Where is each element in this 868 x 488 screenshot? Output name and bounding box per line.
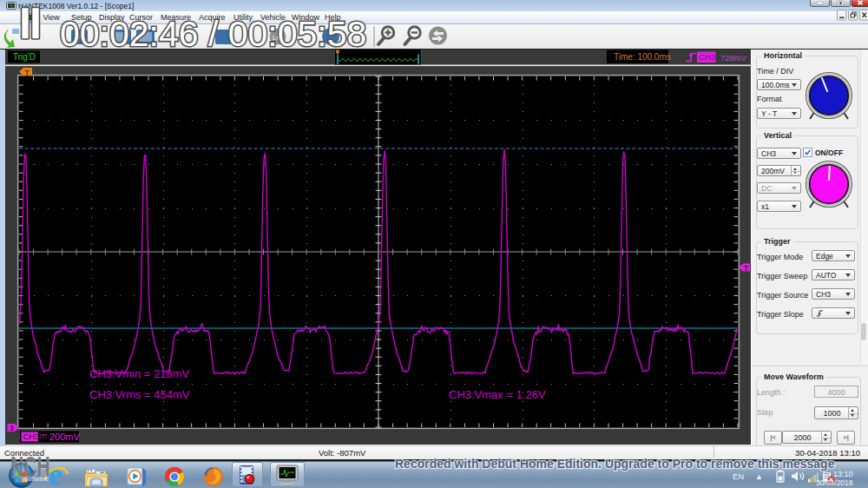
svg-text:CH3:Vrms = 454mV: CH3:Vrms = 454mV bbox=[89, 388, 190, 401]
svg-text:T: T bbox=[744, 264, 749, 273]
svg-text:200mV: 200mV bbox=[49, 432, 81, 442]
svg-text:CH3:Vmax = 1.26V: CH3:Vmax = 1.26V bbox=[449, 388, 546, 401]
svg-text:CH3:Vmin = 218mV: CH3:Vmin = 218mV bbox=[89, 367, 190, 380]
svg-text:Trig'D: Trig'D bbox=[13, 52, 36, 62]
svg-text:CH3: CH3 bbox=[23, 432, 40, 441]
svg-text:728mV: 728mV bbox=[720, 53, 747, 63]
svg-text:3: 3 bbox=[10, 424, 14, 432]
svg-text:CH3: CH3 bbox=[699, 52, 715, 62]
svg-text:▲: ▲ bbox=[755, 472, 763, 481]
svg-text:T: T bbox=[25, 69, 30, 77]
svg-text:LO: LO bbox=[273, 34, 282, 42]
svg-text:Time: 100.0ms: Time: 100.0ms bbox=[614, 52, 671, 62]
